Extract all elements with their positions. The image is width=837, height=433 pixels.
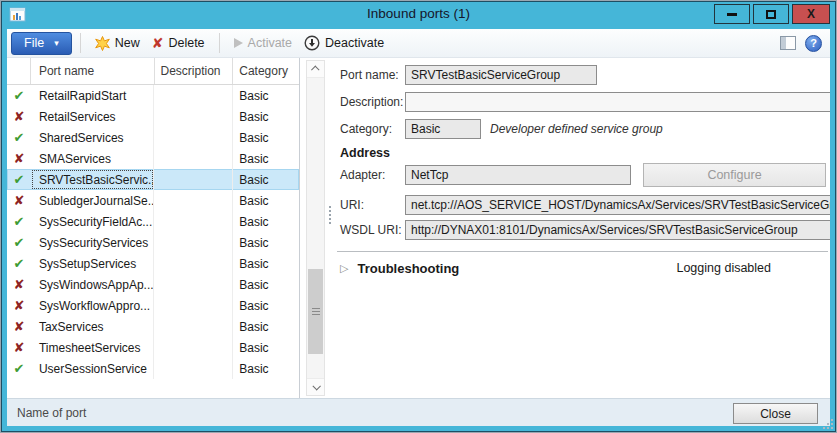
delete-x-icon: ✘ (152, 36, 164, 50)
table-row[interactable]: ✔SRVTestBasicServic...Basic (7, 169, 299, 190)
table-row[interactable]: ✔UserSessionServiceBasic (7, 358, 299, 379)
category-cell: Basic (233, 211, 299, 232)
category-cell: Basic (233, 337, 299, 358)
port-name-label: Port name: (340, 68, 405, 82)
chevron-up-icon (311, 65, 319, 73)
grid-scrollbar[interactable] (306, 60, 325, 396)
port-name-cell: SysSetupServices (31, 253, 155, 274)
activate-button[interactable]: Activate (228, 31, 298, 55)
titlebar[interactable]: Inbound ports (1) X (2, 2, 835, 29)
ports-grid: Port name Description Category ✔RetailRa… (7, 58, 300, 398)
troubleshooting-section[interactable]: ▷ Troubleshooting Logging disabled (340, 257, 826, 279)
column-header-description[interactable]: Description (155, 58, 234, 84)
file-menu-button[interactable]: File ▾ (11, 32, 72, 55)
table-row[interactable]: ✔SysSecurityServicesBasic (7, 232, 299, 253)
close-button[interactable]: Close (733, 403, 818, 424)
delete-button[interactable]: ✘ Delete (146, 31, 211, 55)
column-header-status[interactable] (7, 58, 31, 84)
logging-status: Logging disabled (676, 261, 771, 275)
splitter-handle[interactable] (329, 206, 332, 224)
port-name-cell: SharedServices (31, 127, 155, 148)
resize-grip[interactable] (823, 418, 834, 429)
ports-grid-body: ✔RetailRapidStartBasic✘RetailServicesBas… (7, 85, 299, 379)
description-cell (154, 190, 233, 211)
wsdl-uri-field[interactable]: http://DYNAX01:8101/DynamicsAx/Services/… (405, 220, 830, 240)
port-name-field[interactable]: SRVTestBasicServiceGroup (405, 65, 597, 85)
window-title: Inbound ports (1) (2, 6, 835, 21)
description-cell (154, 211, 233, 232)
table-row[interactable]: ✘SubledgerJournalSe...Basic (7, 190, 299, 211)
category-cell: Basic (233, 232, 299, 253)
table-row[interactable]: ✘TaxServicesBasic (7, 316, 299, 337)
description-field[interactable] (405, 92, 830, 112)
category-field[interactable]: Basic (405, 119, 481, 139)
chevron-down-icon: ▾ (54, 39, 59, 48)
port-name-cell: RetailServices (31, 106, 155, 127)
table-row[interactable]: ✔RetailRapidStartBasic (7, 85, 299, 106)
uri-field[interactable]: net.tcp://AOS_SERVICE_HOST/DynamicsAx/Se… (405, 195, 830, 215)
deactivate-button[interactable]: Deactivate (298, 31, 390, 55)
port-name-cell: RetailRapidStart (31, 85, 155, 106)
play-icon (234, 38, 243, 48)
category-cell: Basic (233, 274, 299, 295)
description-cell (154, 127, 233, 148)
table-row[interactable]: ✔SharedServicesBasic (7, 127, 299, 148)
port-name-cell: TimesheetServices (31, 337, 155, 358)
adapter-label: Adapter: (340, 168, 405, 182)
new-star-icon (95, 36, 110, 51)
content-area: Port name Description Category ✔RetailRa… (7, 58, 830, 398)
category-label: Category: (340, 122, 405, 136)
table-row[interactable]: ✘SysWorkflowAppro...Basic (7, 295, 299, 316)
x-icon: ✘ (7, 106, 31, 127)
wsdl-uri-label: WSDL URI: (340, 223, 405, 237)
layout-pane-icon[interactable] (780, 36, 796, 50)
x-icon: ✘ (7, 295, 31, 316)
new-button[interactable]: New (89, 31, 146, 55)
scrollbar-thumb[interactable] (308, 269, 323, 354)
port-name-cell: SysWorkflowAppro... (31, 295, 155, 316)
expander-arrow-icon: ▷ (340, 262, 348, 275)
close-window-button[interactable]: X (792, 4, 830, 24)
category-cell: Basic (233, 358, 299, 379)
description-cell (154, 169, 233, 190)
column-header-category[interactable]: Category (233, 58, 299, 84)
scroll-up-button[interactable] (307, 61, 324, 78)
category-cell: Basic (233, 85, 299, 106)
column-header-port-name[interactable]: Port name (31, 58, 155, 84)
category-cell: Basic (233, 253, 299, 274)
scroll-down-button[interactable] (307, 378, 324, 395)
description-cell (154, 337, 233, 358)
port-name-cell: SRVTestBasicServic... (31, 169, 155, 190)
check-icon: ✔ (7, 169, 31, 190)
adapter-field[interactable]: NetTcp (405, 165, 631, 185)
table-row[interactable]: ✔SysSetupServicesBasic (7, 253, 299, 274)
section-divider (337, 251, 828, 252)
category-cell: Basic (233, 148, 299, 169)
activate-button-label: Activate (248, 36, 292, 50)
table-row[interactable]: ✘SMAServicesBasic (7, 148, 299, 169)
table-row[interactable]: ✘SysWindowsAppAp...Basic (7, 274, 299, 295)
x-icon: ✘ (7, 316, 31, 337)
description-cell (154, 232, 233, 253)
inbound-ports-window: Inbound ports (1) X File ▾ New ✘ Delete … (1, 1, 836, 432)
port-name-cell: SysSecurityFieldAc... (31, 211, 155, 232)
minimize-button[interactable] (714, 4, 750, 24)
help-icon[interactable]: ? (805, 35, 822, 52)
port-name-cell: UserSessionService (31, 358, 155, 379)
description-cell (154, 85, 233, 106)
table-row[interactable]: ✘TimesheetServicesBasic (7, 337, 299, 358)
table-row[interactable]: ✘RetailServicesBasic (7, 106, 299, 127)
description-cell (154, 316, 233, 337)
configure-button[interactable]: Configure (643, 163, 826, 187)
window-controls: X (714, 4, 830, 24)
category-cell: Basic (233, 127, 299, 148)
maximize-button[interactable] (753, 4, 789, 24)
delete-button-label: Delete (168, 36, 204, 50)
port-name-cell: SubledgerJournalSe... (31, 190, 155, 211)
chevron-down-icon (312, 382, 320, 390)
table-row[interactable]: ✔SysSecurityFieldAc...Basic (7, 211, 299, 232)
address-section-header: Address (340, 146, 390, 160)
details-panel: Port name: SRVTestBasicServiceGroup Desc… (335, 58, 830, 398)
port-name-cell: SysWindowsAppAp... (31, 274, 155, 295)
toolbar-separator (80, 33, 81, 53)
